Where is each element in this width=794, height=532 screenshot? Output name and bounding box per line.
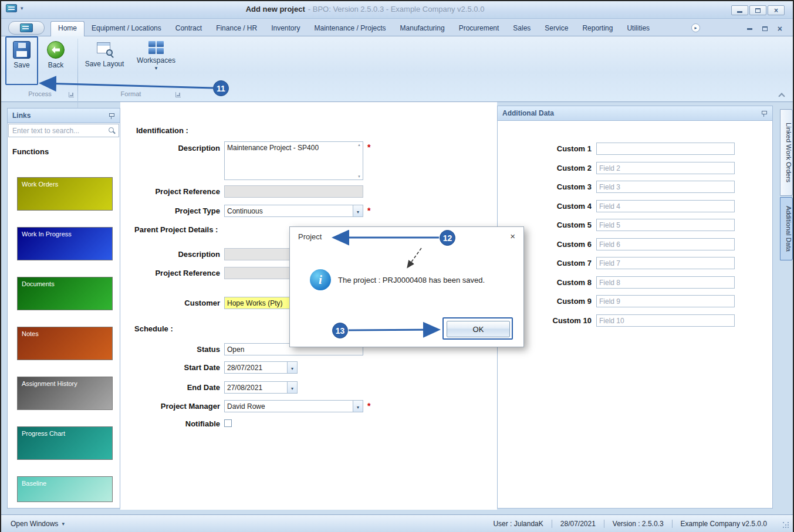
custom5-label: Custom 5	[532, 221, 592, 229]
custom7-field[interactable]	[596, 257, 735, 269]
tab-service[interactable]: Service	[538, 21, 575, 36]
status-label: Status	[120, 345, 220, 354]
status-bar-info: User : JulandaK 28/07/2021 Version : 2.5…	[485, 515, 775, 532]
tab-maintenance-projects[interactable]: Maintenance / Projects	[308, 21, 393, 36]
workspaces-dropdown-caret-icon: ▾	[155, 65, 158, 71]
tab-inventory[interactable]: Inventory	[264, 21, 307, 36]
tab-home[interactable]: Home	[50, 21, 85, 36]
custom5-field[interactable]	[596, 219, 735, 231]
mdi-minimize-icon[interactable]	[747, 28, 752, 30]
dropdown-arrow-icon[interactable]: ▾	[353, 205, 363, 216]
open-windows-caret-icon: ▾	[62, 521, 65, 527]
search-input[interactable]	[9, 124, 109, 137]
custom8-field[interactable]	[596, 276, 735, 289]
custom7-label: Custom 7	[532, 259, 592, 267]
custom6-field[interactable]	[596, 238, 735, 250]
function-work-in-progress[interactable]: Work In Progress	[17, 227, 113, 260]
tab-scroll-right-icon[interactable]: ▸	[691, 23, 700, 32]
custom8-label: Custom 8	[532, 278, 592, 287]
dropdown-arrow-icon[interactable]: ▾	[287, 382, 297, 393]
status-date: 28/07/2021	[552, 520, 604, 528]
description-field[interactable]: Maintenance Project - SP400 ▲ ▼	[224, 141, 363, 180]
end-date-picker[interactable]: 27/08/2021 ▾	[224, 381, 298, 394]
save-button[interactable]: Save	[7, 38, 36, 86]
scroll-up-icon[interactable]: ▲	[357, 143, 361, 147]
dialog-title: Project	[298, 232, 322, 241]
additional-data-title: Additional Data	[502, 109, 554, 117]
side-tab-additional-data[interactable]: Additional Data	[780, 197, 793, 260]
ribbon-collapse-icon[interactable]	[778, 93, 785, 99]
project-reference-field	[224, 185, 363, 198]
custom10-field[interactable]	[596, 314, 735, 327]
tab-contract[interactable]: Contract	[168, 21, 209, 36]
tab-procurement[interactable]: Procurement	[452, 21, 506, 36]
pin-icon[interactable]	[761, 110, 768, 117]
start-date-label: Start Date	[120, 363, 220, 372]
function-assignment-history[interactable]: Assignment History	[17, 377, 113, 410]
open-windows-button[interactable]: Open Windows ▾	[11, 515, 65, 532]
back-icon	[47, 41, 65, 59]
custom3-label: Custom 3	[532, 182, 592, 191]
tab-equipment-locations[interactable]: Equipment / Locations	[85, 21, 168, 36]
resize-grip[interactable]	[783, 522, 790, 529]
description-required-marker: *	[367, 143, 370, 152]
side-tab-linked-work-orders[interactable]: Linked Work Orders	[780, 109, 793, 196]
start-date-picker[interactable]: 28/07/2021 ▾	[224, 361, 298, 374]
title-bar: ▾ Add new project- BPO: Version 2.5.0.3 …	[1, 1, 793, 19]
notifiable-checkbox[interactable]	[224, 419, 232, 427]
custom2-field[interactable]	[596, 162, 735, 174]
save-layout-button[interactable]: Save Layout	[82, 38, 127, 86]
minimize-button[interactable]	[731, 5, 748, 15]
section-identification: Identification :	[136, 126, 188, 135]
search-icon[interactable]	[109, 127, 116, 134]
tab-utilities[interactable]: Utilities	[620, 21, 657, 36]
save-layout-icon	[96, 41, 113, 57]
function-progress-chart[interactable]: Progress Chart	[17, 426, 113, 460]
project-manager-combo[interactable]: David Rowe ▾	[224, 400, 363, 412]
tab-sales[interactable]: Sales	[506, 21, 538, 36]
dropdown-arrow-icon[interactable]: ▾	[287, 362, 297, 373]
mdi-close-icon[interactable]: ×	[778, 25, 782, 33]
links-panel-title: Links	[12, 111, 31, 120]
custom1-label: Custom 1	[532, 144, 592, 153]
status-user: User : JulandaK	[485, 520, 551, 528]
tab-reporting[interactable]: Reporting	[575, 21, 620, 36]
custom1-field[interactable]	[596, 143, 735, 155]
application-menu-button[interactable]	[8, 21, 45, 35]
maximize-button[interactable]	[749, 5, 766, 15]
pin-icon[interactable]	[109, 113, 115, 119]
dropdown-arrow-icon[interactable]: ▾	[353, 401, 363, 412]
section-parent-project: Parent Project Details :	[134, 225, 218, 234]
ok-button[interactable]: OK	[447, 321, 510, 337]
additional-data-header: Additional Data	[498, 106, 772, 121]
tab-finance-hr[interactable]: Finance / HR	[209, 21, 264, 36]
back-button[interactable]: Back	[40, 38, 72, 86]
ribbon: Save Back Save Layout Workspaces ▾ Pro	[1, 36, 793, 102]
mdi-restore-icon[interactable]	[762, 26, 768, 31]
function-baseline[interactable]: Baseline	[17, 476, 113, 502]
workspaces-icon	[148, 41, 164, 54]
workspaces-button[interactable]: Workspaces ▾	[133, 38, 180, 86]
function-notes[interactable]: Notes	[17, 327, 113, 360]
custom4-field[interactable]	[596, 200, 735, 212]
memo-scrollbar[interactable]: ▲ ▼	[356, 142, 363, 179]
custom3-field[interactable]	[596, 181, 735, 193]
links-search-box	[8, 124, 119, 137]
tab-manufacturing[interactable]: Manufacturing	[393, 21, 452, 36]
application-window: ▾ Add new project- BPO: Version 2.5.0.3 …	[0, 0, 794, 532]
process-dialog-launcher-icon[interactable]	[69, 92, 74, 97]
dialog-message: The project : PRJ0000408 has been saved.	[338, 276, 485, 284]
format-dialog-launcher-icon[interactable]	[175, 92, 181, 97]
close-icon: ×	[774, 7, 778, 14]
project-type-combo[interactable]: Continuous ▾	[224, 205, 363, 217]
function-documents[interactable]: Documents	[17, 277, 113, 310]
project-type-required-marker: *	[367, 206, 370, 215]
save-layout-button-label: Save Layout	[85, 60, 124, 68]
scroll-down-icon[interactable]: ▼	[357, 175, 361, 178]
custom9-field[interactable]	[596, 295, 735, 307]
dialog-close-icon[interactable]: ×	[510, 231, 515, 241]
functions-heading: Functions	[12, 147, 49, 156]
description-label: Description	[120, 144, 220, 153]
function-work-orders[interactable]: Work Orders	[17, 177, 113, 211]
close-button[interactable]: ×	[768, 5, 785, 15]
